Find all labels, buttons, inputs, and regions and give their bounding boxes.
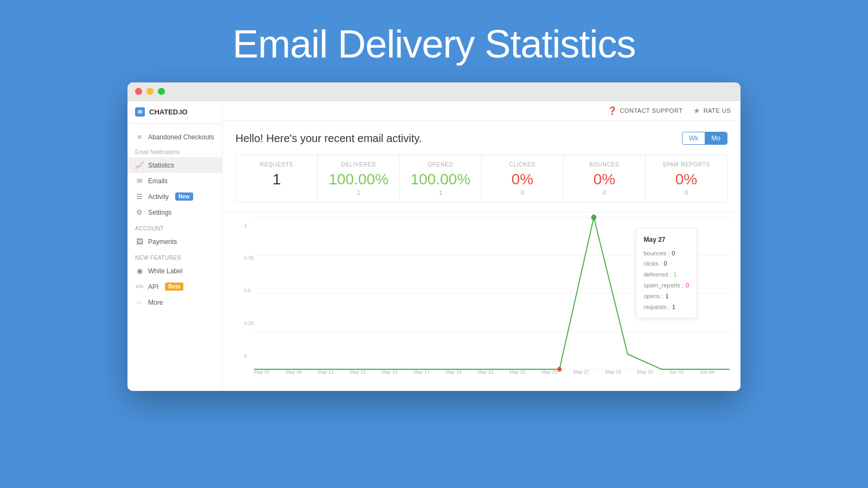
white-label-text: White Label [148,267,182,275]
sidebar-item-activity[interactable]: ☰ Activity New [127,189,222,204]
spam-value: 0% [654,172,718,187]
x-label-0: May 07 [254,369,270,375]
x-label-2: May 11 [318,369,334,375]
settings-label: Settings [148,209,171,216]
traffic-light-yellow[interactable] [146,88,154,95]
app-content: ✉ CHATED.IO ≡ Abandoned Checkouts Email … [127,101,741,391]
tooltip-row-delivered: delivered : 1 [644,269,690,280]
period-wk-button[interactable]: Wk [682,132,705,144]
clicked-sub: 0 [490,189,554,196]
period-mo-button[interactable]: Mo [705,132,727,144]
stat-card-spam: SPAM REPORTS 0% 0 [646,155,727,202]
x-label-9: May 25 [541,369,558,375]
tooltip-opens-val: 1 [666,291,669,302]
x-label-4: May 15 [382,369,398,375]
stats-header: Hello! Here's your recent email activity… [235,132,727,145]
page-title: Email Delivery Statistics [0,22,868,66]
tooltip-spam-val: 0 [686,280,689,291]
chart-tooltip: May 27 bounces : 0 clicks : 0 delivered … [636,228,698,318]
sidebar-item-more[interactable]: ··· More [127,294,222,310]
delivered-sub: 1 [327,189,391,196]
stats-heading: Hello! Here's your recent email activity… [235,132,422,145]
abandoned-label: Abandoned Checkouts [148,133,214,141]
account-label: Account [127,220,222,234]
traffic-light-red[interactable] [135,88,142,95]
tooltip-requests-val: 1 [672,302,675,313]
stat-card-delivered: DELIVERED 100.00% 1 [318,155,400,202]
statistics-label: Statistics [148,162,174,169]
tooltip-requests-key: requests : [644,302,670,313]
settings-icon: ⚙ [135,208,144,216]
page-title-area: Email Delivery Statistics [0,0,868,82]
clicked-value: 0% [490,172,554,187]
header-bar: ❓ CONTACT SUPPORT ★ RATE US [222,101,741,121]
tooltip-row-clicks: clicks : 0 [644,259,690,269]
chart-dot-may25 [557,367,561,372]
sidebar-item-emails[interactable]: ✉ Emails [127,173,222,189]
sidebar-item-settings[interactable]: ⚙ Settings [127,204,222,220]
statistics-icon: 📈 [135,161,144,169]
contact-support-text: CONTACT SUPPORT [620,107,682,114]
chart-x-labels: May 07 May 09 May 11 May 13 May 15 May 1… [233,369,730,375]
sidebar-item-statistics[interactable]: 📈 Statistics [127,157,222,173]
x-label-5: May 17 [413,369,430,375]
traffic-light-green[interactable] [158,88,165,95]
stat-card-clicked: CLICKED 0% 0 [482,155,564,202]
y-label-0: 0 [244,353,254,358]
x-label-1: May 09 [286,369,302,375]
rate-us-text: RATE US [704,107,731,114]
stat-card-opened: OPENED 100.00% 1 [400,155,482,202]
requests-value: 1 [245,172,309,187]
y-label-1: 1 [244,223,254,228]
payments-icon: 🖼 [135,237,144,246]
chart-area: 1 0.75 0.5 0.25 0 [222,212,741,391]
chart-y-labels: 1 0.75 0.5 0.25 0 [244,223,254,358]
tooltip-delivered-key: delivered : [644,269,672,280]
emails-icon: ✉ [135,177,144,185]
sidebar-item-white-label[interactable]: ◉ White Label [127,263,222,279]
bounces-label: BOUNCES [572,162,636,168]
x-label-12: May 31 [637,369,654,375]
tooltip-delivered-val: 1 [673,269,676,280]
tooltip-bounces-val: 0 [672,248,675,259]
opened-value: 100.00% [409,172,473,187]
white-label-icon: ◉ [135,267,144,275]
emails-label: Emails [148,177,168,185]
requests-label: REQUESTS [245,162,309,168]
x-label-8: May 23 [509,369,526,375]
x-label-3: May 13 [350,369,366,375]
opened-sub: 1 [409,189,473,196]
bounces-sub: 0 [572,189,636,196]
spam-sub: 0 [654,189,718,196]
logo-text: CHATED.IO [149,108,188,116]
abandoned-icon: ≡ [135,133,144,141]
stat-card-bounces: BOUNCES 0% 0 [564,155,646,202]
rate-us-link[interactable]: ★ RATE US [693,106,731,115]
stats-section: Hello! Here's your recent email activity… [222,121,741,212]
requests-sub [245,189,309,196]
tooltip-row-spam: spam_reports : 0 [644,280,690,291]
api-icon: </> [135,284,144,290]
sidebar-item-abandoned[interactable]: ≡ Abandoned Checkouts [127,129,222,145]
new-features-label: New Features [127,249,222,263]
title-bar [127,82,741,101]
sidebar-item-payments[interactable]: 🖼 Payments [127,234,222,249]
sidebar-logo[interactable]: ✉ CHATED.IO [127,101,222,124]
question-icon: ❓ [608,106,617,115]
opened-label: OPENED [409,162,473,168]
x-label-11: May 29 [605,369,622,375]
tooltip-row-requests: requests : 1 [644,302,690,313]
main-content: ❓ CONTACT SUPPORT ★ RATE US Hello! Here'… [222,101,741,391]
payments-label: Payments [148,238,177,246]
email-notifications-label: Email Notifications [127,145,222,157]
chart-container: 1 0.75 0.5 0.25 0 [233,217,730,386]
logo-icon: ✉ [135,107,145,117]
more-label: More [148,299,163,306]
sidebar-item-api[interactable]: </> API Beta [127,279,222,294]
activity-icon: ☰ [135,192,144,201]
more-icon: ··· [135,298,144,306]
bounces-value: 0% [572,172,636,187]
y-label-025: 0.25 [244,320,254,326]
contact-support-link[interactable]: ❓ CONTACT SUPPORT [608,106,682,115]
api-badge: Beta [165,282,183,291]
